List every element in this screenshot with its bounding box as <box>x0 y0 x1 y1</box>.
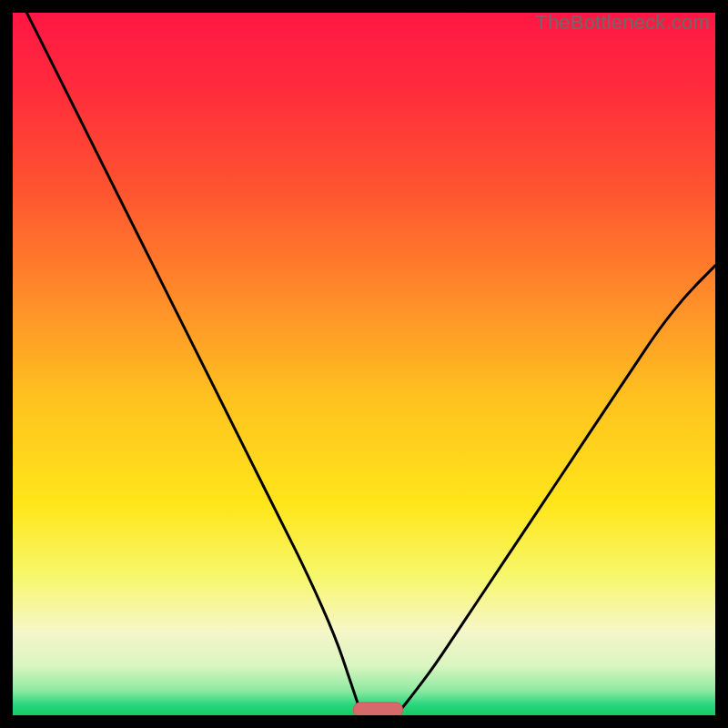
gradient-background <box>13 13 715 715</box>
optimal-marker <box>353 703 402 715</box>
chart-svg <box>13 13 715 715</box>
chart-frame: TheBottleneck.com <box>13 13 715 715</box>
watermark-label: TheBottleneck.com <box>535 11 710 35</box>
